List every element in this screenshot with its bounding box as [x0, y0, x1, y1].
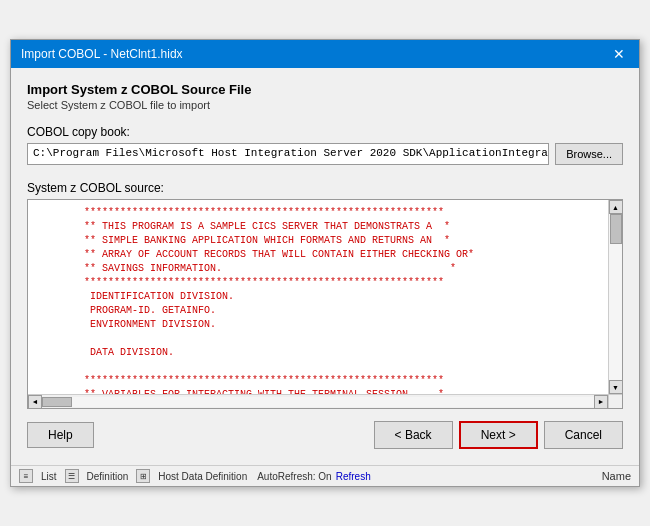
cobol-label: COBOL copy book:	[27, 125, 623, 139]
status-bar: ≡ List ☰ Definition ⊞ Host Data Definiti…	[11, 465, 639, 486]
scroll-down-arrow[interactable]: ▼	[609, 380, 623, 394]
nav-buttons: < Back Next > Cancel	[374, 421, 623, 449]
list-label: List	[41, 471, 57, 482]
status-items: ≡ List ☰ Definition ⊞ Host Data Definiti…	[19, 469, 247, 483]
dialog-heading: Import System z COBOL Source File	[27, 82, 623, 97]
list-icon[interactable]: ≡	[19, 469, 33, 483]
scroll-track-h[interactable]	[42, 397, 594, 407]
title-bar: Import COBOL - NetClnt1.hidx ✕	[11, 40, 639, 68]
definition-label: Definition	[87, 471, 129, 482]
scroll-thumb-h[interactable]	[42, 397, 72, 407]
dialog-subheading: Select System z COBOL file to import	[27, 99, 623, 111]
scroll-up-arrow[interactable]: ▲	[609, 200, 623, 214]
source-content: ****************************************…	[28, 200, 622, 408]
source-label: System z COBOL source:	[27, 181, 623, 195]
button-row: Help < Back Next > Cancel	[27, 409, 623, 455]
refresh-link[interactable]: Refresh	[336, 471, 371, 482]
file-path-row: C:\Program Files\Microsoft Host Integrat…	[27, 143, 623, 165]
scroll-thumb-v[interactable]	[610, 214, 622, 244]
vertical-scrollbar[interactable]: ▲ ▼	[608, 200, 622, 394]
scrollbar-corner	[608, 394, 622, 408]
scroll-right-arrow[interactable]: ►	[594, 395, 608, 409]
file-path-display: C:\Program Files\Microsoft Host Integrat…	[27, 143, 549, 165]
source-area-container: ****************************************…	[27, 199, 623, 409]
back-button[interactable]: < Back	[374, 421, 453, 449]
horizontal-scrollbar[interactable]: ◄ ►	[28, 394, 608, 408]
host-data-label: Host Data Definition	[158, 471, 247, 482]
autorefresh-section: AutoRefresh: On Refresh	[257, 471, 371, 482]
host-data-icon[interactable]: ⊞	[136, 469, 150, 483]
import-cobol-dialog: Import COBOL - NetClnt1.hidx ✕ Import Sy…	[10, 39, 640, 487]
name-label: Name	[602, 470, 631, 482]
cancel-button[interactable]: Cancel	[544, 421, 623, 449]
definition-icon[interactable]: ☰	[65, 469, 79, 483]
autorefresh-status: AutoRefresh: On	[257, 471, 331, 482]
dialog-body: Import System z COBOL Source File Select…	[11, 68, 639, 465]
close-button[interactable]: ✕	[609, 46, 629, 62]
name-section: Name	[381, 470, 631, 482]
cobol-copybook-section: COBOL copy book: C:\Program Files\Micros…	[27, 125, 623, 165]
browse-button[interactable]: Browse...	[555, 143, 623, 165]
dialog-title: Import COBOL - NetClnt1.hidx	[21, 47, 183, 61]
help-button[interactable]: Help	[27, 422, 94, 448]
scroll-left-arrow[interactable]: ◄	[28, 395, 42, 409]
next-button[interactable]: Next >	[459, 421, 538, 449]
scroll-track-v[interactable]	[609, 214, 622, 380]
